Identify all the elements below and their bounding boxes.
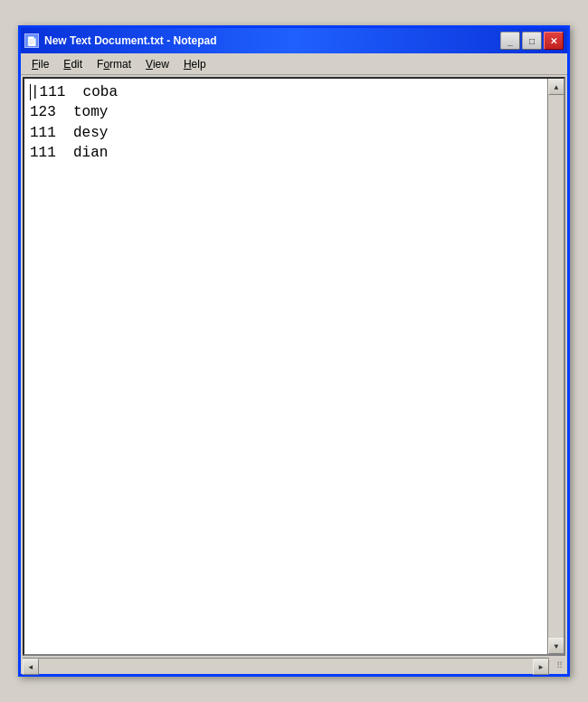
menu-bar: File Edit Format View Help [21, 53, 567, 75]
close-button[interactable]: ✕ [544, 32, 564, 50]
scroll-up-button[interactable]: ▲ [548, 79, 564, 95]
menu-format[interactable]: Format [90, 56, 138, 72]
scroll-right-button[interactable]: ► [533, 659, 549, 675]
window-controls: _ □ ✕ [500, 32, 564, 50]
text-editor[interactable]: |111 coba 123 tomy 111 desy 111 dian [24, 79, 547, 654]
text-cursor: | [30, 84, 40, 100]
minimize-button[interactable]: _ [500, 32, 520, 50]
scroll-track-horizontal[interactable] [39, 659, 533, 674]
vertical-scrollbar: ▲ ▼ [547, 79, 564, 654]
bottom-bar: ◄ ► ⠿ [21, 658, 567, 674]
editor-area: |111 coba 123 tomy 111 desy 111 dian ▲ ▼ [23, 77, 565, 656]
resize-handle[interactable]: ⠿ [551, 658, 567, 674]
menu-edit[interactable]: Edit [56, 56, 90, 72]
menu-view[interactable]: View [138, 56, 176, 72]
horizontal-scrollbar: ◄ ► [23, 658, 549, 674]
menu-help[interactable]: Help [176, 56, 213, 72]
scroll-track-vertical[interactable] [548, 95, 564, 638]
scroll-left-button[interactable]: ◄ [23, 659, 39, 675]
window-title: New Text Document.txt - Notepad [44, 34, 500, 47]
app-icon [24, 33, 39, 48]
scroll-down-button[interactable]: ▼ [548, 638, 564, 654]
notepad-window: New Text Document.txt - Notepad _ □ ✕ Fi… [18, 25, 570, 677]
title-bar: New Text Document.txt - Notepad _ □ ✕ [21, 28, 567, 53]
maximize-button[interactable]: □ [522, 32, 542, 50]
editor-content: 111 coba 123 tomy 111 desy 111 dian [30, 84, 118, 161]
menu-file[interactable]: File [24, 56, 56, 72]
